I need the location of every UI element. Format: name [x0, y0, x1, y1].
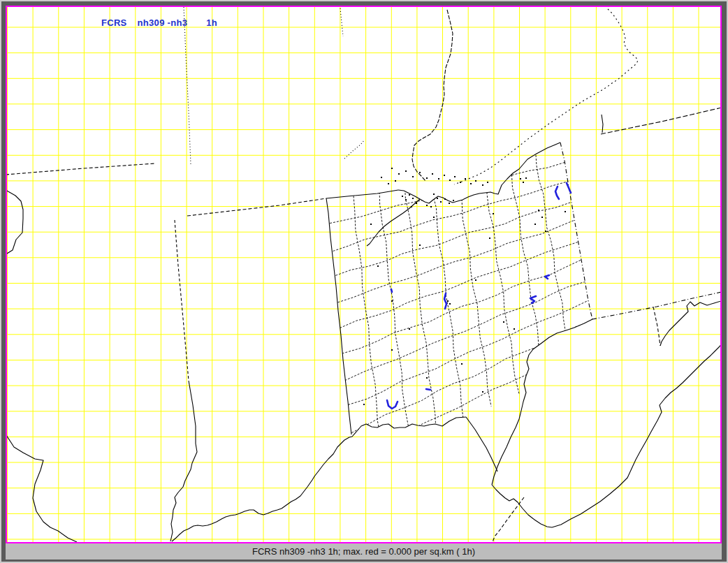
lake-buckeye — [426, 389, 430, 390]
border-indiana-ohio-west — [326, 198, 351, 434]
map-title-hour: 1h — [206, 17, 217, 28]
county-line — [348, 300, 590, 405]
lake-east-fork — [387, 400, 398, 409]
county-line-top — [340, 8, 343, 36]
coast-michigan-ohio-corner — [326, 190, 398, 198]
lake-indian — [391, 289, 392, 292]
county-line — [335, 203, 571, 276]
county-line — [351, 321, 594, 433]
river-ohio-upper-wv — [492, 319, 592, 485]
lake-michigan-tip — [7, 190, 23, 254]
county-line — [345, 282, 586, 381]
river-ohio-loop-down — [492, 485, 552, 527]
river-ohio-loop-up — [552, 342, 720, 527]
border-lake-international — [601, 108, 720, 134]
lake-berlin — [545, 275, 549, 279]
county-line-monroe-mi — [344, 140, 365, 159]
county-line — [342, 260, 582, 353]
boundaries-and-rivers — [7, 7, 720, 542]
state-line-meridian-top — [184, 7, 191, 164]
county-line — [340, 242, 577, 328]
status-text: FCRS nh309 -nh3 1h; max. red = 0.000 per… — [252, 546, 475, 557]
map-title-model: FCRS — [101, 17, 127, 28]
river-ohio-south — [172, 417, 466, 541]
county-line — [509, 154, 546, 379]
county-line — [405, 179, 436, 432]
river-whitewater — [170, 381, 197, 541]
county-line — [456, 168, 492, 407]
county-line — [337, 221, 574, 302]
county-line — [482, 161, 519, 394]
county-line — [430, 174, 463, 418]
state-line-michigan-indiana — [7, 163, 155, 175]
river-pittsburgh — [660, 300, 720, 346]
map-title: FCRSnh309 -nh31h — [101, 17, 217, 28]
county-line — [333, 182, 568, 251]
border-pa-wv-branch — [653, 307, 660, 346]
map-title-run: nh309 -nh3 — [138, 17, 188, 28]
border-mason-dixon — [592, 292, 720, 319]
lake-tappan — [530, 296, 536, 303]
lake-grand-river — [555, 187, 559, 199]
coast-lake-erie-ohio — [398, 142, 560, 203]
map-svg — [7, 7, 720, 542]
town-dots — [363, 168, 566, 405]
coast-michigan-lake-erie — [454, 9, 638, 184]
state-line-michigan-ohio — [187, 198, 326, 216]
map-window: FCRSnh309 -nh31h FCRS nh309 -nh3 1h; max… — [0, 0, 728, 563]
county-line — [354, 193, 384, 462]
map-canvas[interactable] — [6, 6, 722, 543]
river-ohio-mid — [466, 417, 497, 471]
river-wabash-left — [7, 433, 77, 542]
lakes — [387, 183, 571, 409]
border-pennsylvania-ohio — [560, 142, 592, 319]
status-bar: FCRS nh309 -nh3 1h; max. red = 0.000 per… — [6, 543, 722, 560]
latlon-grid — [7, 7, 720, 542]
